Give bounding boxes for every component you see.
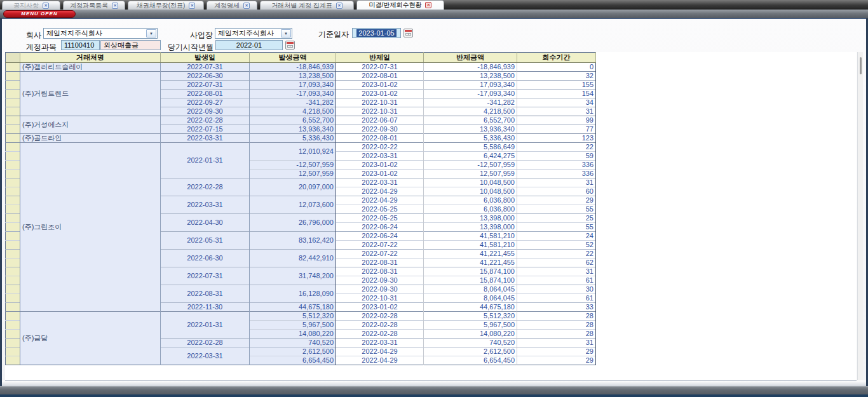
row-selector[interactable] (6, 303, 20, 312)
settlement-amount-cell[interactable]: 15,874,100 (424, 267, 517, 276)
period-start-input[interactable]: 2022-01 (215, 40, 283, 50)
settlement-amount-cell[interactable]: 6,036,800 (424, 205, 517, 214)
settlement-amount-cell[interactable]: 6,552,700 (424, 116, 517, 125)
occurrence-amount-cell[interactable]: 4,218,500 (250, 107, 336, 116)
occurrence-date-cell[interactable]: 2022-03-31 (161, 134, 250, 143)
settlement-date-cell[interactable]: 2022-02-28 (336, 312, 424, 321)
row-selector[interactable] (6, 143, 20, 152)
occurrence-amount-cell[interactable]: 16,128,090 (250, 285, 336, 303)
settlement-date-cell[interactable]: 2022-08-01 (336, 72, 424, 81)
occurrence-amount-cell[interactable]: 740,520 (250, 339, 336, 347)
collection-days-cell[interactable]: 0 (517, 63, 596, 72)
settlement-date-cell[interactable]: 2023-01-02 (336, 90, 424, 98)
collection-days-cell[interactable]: 28 (517, 321, 596, 330)
row-selector[interactable] (6, 250, 20, 259)
settlement-date-cell[interactable]: 2022-08-01 (336, 134, 424, 143)
collection-days-cell[interactable]: 31 (517, 267, 596, 276)
settlement-amount-cell[interactable]: 5,586,649 (424, 143, 517, 152)
row-selector[interactable] (6, 232, 20, 241)
row-selector[interactable] (6, 125, 20, 134)
occurrence-amount-cell[interactable]: 5,512,320 (250, 312, 336, 321)
collection-days-cell[interactable]: 62 (517, 259, 596, 267)
settlement-date-cell[interactable]: 2022-02-28 (336, 330, 424, 339)
tab-close-icon[interactable]: × (43, 3, 49, 9)
collection-days-cell[interactable]: 22 (517, 143, 596, 152)
collection-days-cell[interactable]: 32 (517, 72, 596, 81)
tab-account-detail[interactable]: 계정명세 × (207, 1, 257, 10)
settlement-amount-cell[interactable]: 5,967,500 (424, 321, 517, 330)
occurrence-amount-cell[interactable]: -17,093,340 (250, 90, 336, 98)
customer-name-cell[interactable]: (주)거성에스지 (20, 116, 161, 134)
occurrence-amount-cell[interactable]: 83,162,420 (250, 232, 336, 250)
occurrence-date-cell[interactable]: 2022-04-30 (161, 214, 250, 232)
customer-name-cell[interactable]: (주)그린조이 (20, 143, 161, 312)
col-header-occurrence-date[interactable]: 발생일 (161, 53, 250, 63)
collection-days-cell[interactable]: 31 (517, 107, 596, 116)
occurrence-amount-cell[interactable]: -18,846,939 (250, 63, 336, 72)
row-selector[interactable] (6, 187, 20, 196)
customer-name-cell[interactable]: (주)거림트렌드 (20, 72, 161, 116)
settlement-amount-cell[interactable]: 14,080,220 (424, 330, 517, 339)
occurrence-date-cell[interactable]: 2022-09-27 (161, 98, 250, 107)
col-header-settlement-amount[interactable]: 반제금액 (424, 53, 517, 63)
occurrence-date-cell[interactable]: 2022-01-31 (161, 143, 250, 178)
row-selector[interactable] (6, 259, 20, 267)
occurrence-amount-cell[interactable]: 5,336,430 (250, 134, 336, 143)
tab-close-icon[interactable]: × (243, 3, 250, 9)
customer-name-cell[interactable]: (주)갤러리드슬레이 (20, 63, 161, 72)
settlement-amount-cell[interactable]: 740,520 (424, 339, 517, 347)
row-selector[interactable] (6, 134, 20, 143)
occurrence-date-cell[interactable]: 2022-05-31 (161, 232, 250, 250)
settlement-date-cell[interactable]: 2023-01-02 (336, 81, 424, 90)
settlement-amount-cell[interactable]: 5,336,430 (424, 134, 517, 143)
settlement-date-cell[interactable]: 2022-09-30 (336, 285, 424, 294)
collection-days-cell[interactable]: 28 (517, 330, 596, 339)
collection-days-cell[interactable]: 55 (517, 205, 596, 214)
row-selector[interactable] (6, 347, 20, 356)
settlement-amount-cell[interactable]: -17,093,340 (424, 90, 517, 98)
settlement-date-cell[interactable]: 2023-01-02 (336, 161, 424, 170)
occurrence-amount-cell[interactable]: 26,796,000 (250, 214, 336, 232)
row-selector[interactable] (6, 267, 20, 276)
occurrence-amount-cell[interactable]: 82,442,910 (250, 250, 336, 267)
site-select[interactable]: 제일저지주식회사 ▼ (215, 28, 292, 39)
collection-days-cell[interactable]: 29 (517, 356, 596, 365)
collection-days-cell[interactable]: 123 (517, 134, 596, 143)
occurrence-amount-cell[interactable]: 13,936,340 (250, 125, 336, 134)
settlement-date-cell[interactable]: 2022-08-31 (336, 267, 424, 276)
collection-days-cell[interactable]: 55 (517, 223, 596, 232)
row-selector[interactable] (6, 161, 20, 170)
col-header-collection-period[interactable]: 회수기간 (517, 53, 596, 63)
row-selector[interactable] (6, 98, 20, 107)
row-selector[interactable] (6, 321, 20, 330)
tab-receivable-ledger[interactable]: 채권채무장(전표) × (128, 1, 204, 10)
settlement-date-cell[interactable]: 2022-10-31 (336, 294, 424, 303)
settlement-amount-cell[interactable]: 13,238,500 (424, 72, 517, 81)
row-selector[interactable] (6, 330, 20, 339)
settlement-date-cell[interactable]: 2022-07-22 (336, 241, 424, 250)
settlement-date-cell[interactable]: 2022-02-28 (336, 321, 424, 330)
settlement-date-cell[interactable]: 2022-09-30 (336, 125, 424, 134)
collection-days-cell[interactable]: 61 (517, 276, 596, 285)
settlement-amount-cell[interactable]: -341,282 (424, 98, 517, 107)
row-selector[interactable] (6, 223, 20, 232)
collection-days-cell[interactable]: 29 (517, 347, 596, 356)
collection-days-cell[interactable]: 30 (517, 285, 596, 294)
occurrence-amount-cell[interactable]: 2,612,500 (250, 347, 336, 356)
row-selector[interactable] (6, 81, 20, 90)
settlement-amount-cell[interactable]: 6,036,800 (424, 196, 517, 205)
settlement-amount-cell[interactable]: 44,675,180 (424, 303, 517, 312)
row-selector[interactable] (6, 312, 20, 321)
settlement-amount-cell[interactable]: 17,093,340 (424, 81, 517, 90)
settlement-amount-cell[interactable]: -12,507,959 (424, 161, 517, 170)
occurrence-amount-cell[interactable]: 13,238,500 (250, 72, 336, 81)
settlement-amount-cell[interactable]: 8,064,045 (424, 285, 517, 294)
collection-days-cell[interactable]: 52 (517, 241, 596, 250)
settlement-date-cell[interactable]: 2022-10-31 (336, 107, 424, 116)
occurrence-amount-cell[interactable]: 12,507,959 (250, 170, 336, 178)
occurrence-date-cell[interactable]: 2022-02-28 (161, 116, 250, 125)
settlement-date-cell[interactable]: 2023-01-02 (336, 303, 424, 312)
settlement-amount-cell[interactable]: 5,512,320 (424, 312, 517, 321)
tab-open-settlement-status[interactable]: 미결/반제회수현황 × (356, 0, 444, 10)
chevron-down-icon[interactable]: ▼ (281, 29, 291, 37)
